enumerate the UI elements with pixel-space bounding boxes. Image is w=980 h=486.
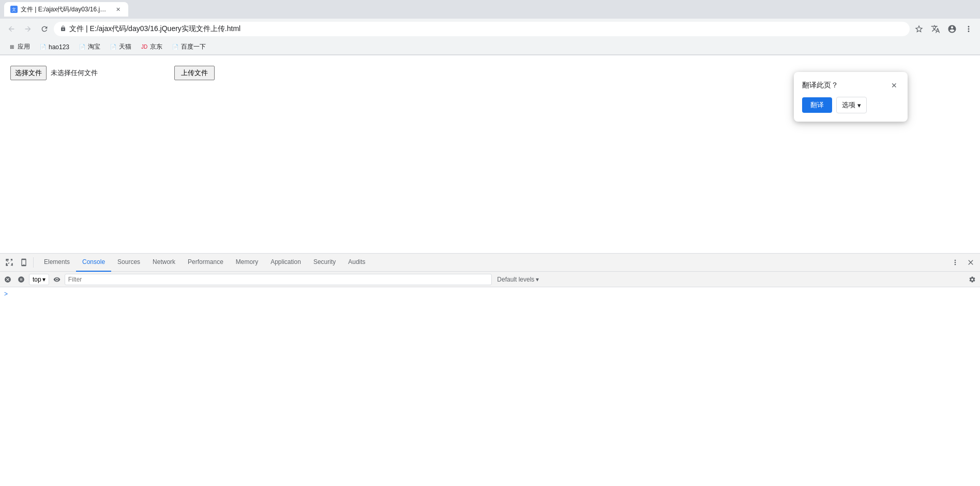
tab-console[interactable]: Console bbox=[76, 254, 111, 272]
bookmark-baidu-label: 百度一下 bbox=[181, 42, 206, 51]
default-levels-label: Default levels bbox=[497, 276, 534, 283]
upload-button[interactable]: 上传文件 bbox=[174, 66, 215, 80]
translate-page-button[interactable] bbox=[928, 22, 943, 36]
translate-button[interactable]: 翻译 bbox=[802, 97, 832, 113]
tab-security[interactable]: Security bbox=[307, 254, 342, 272]
browser-chrome: 文 文件 | E:/ajax代码/day03/16.jQuery实现文件上传.h… bbox=[0, 0, 980, 55]
choose-file-button[interactable]: 选择文件 bbox=[10, 66, 47, 80]
back-button[interactable] bbox=[4, 22, 19, 36]
devtools-header-right bbox=[948, 255, 978, 270]
bookmarks-bar: ⊞ 应用 📄 hao123 📄 淘宝 📄 天猫 JD 京东 📄 百度一下 bbox=[0, 39, 980, 55]
devtools-header: Elements Console Sources Network Perform… bbox=[0, 254, 980, 272]
bookmark-hao123-label: hao123 bbox=[49, 43, 69, 51]
translation-popup-title: 翻译此页？ bbox=[802, 81, 838, 90]
options-dropdown-icon: ▾ bbox=[857, 101, 861, 109]
bookmark-taobao[interactable]: 📄 淘宝 bbox=[74, 41, 104, 52]
devtools-device-toggle-button[interactable] bbox=[17, 255, 31, 270]
baidu-icon: 📄 bbox=[172, 43, 179, 51]
tab-close-button[interactable]: ✕ bbox=[114, 5, 122, 13]
address-bar[interactable] bbox=[54, 22, 910, 36]
apps-icon: ⊞ bbox=[8, 43, 16, 51]
bookmark-tianmao-label: 天猫 bbox=[119, 42, 131, 51]
devtools-close-button[interactable] bbox=[963, 255, 978, 270]
tab-title: 文件 | E:/ajax代码/day03/16.jQuery实现文件上传.htm… bbox=[21, 5, 111, 14]
translation-popup-header: 翻译此页？ ✕ bbox=[802, 80, 899, 91]
console-prompt-line: > bbox=[2, 289, 978, 299]
devtools-tabs: Elements Console Sources Network Perform… bbox=[36, 254, 948, 272]
translation-close-button[interactable]: ✕ bbox=[889, 80, 899, 91]
tab-performance[interactable]: Performance bbox=[182, 254, 230, 272]
forward-button[interactable] bbox=[21, 22, 35, 36]
console-block-button[interactable] bbox=[16, 274, 27, 285]
console-prompt-icon: > bbox=[4, 290, 8, 298]
tab-bar: 文 文件 | E:/ajax代码/day03/16.jQuery实现文件上传.h… bbox=[0, 0, 980, 19]
menu-button[interactable] bbox=[961, 22, 976, 36]
context-select[interactable]: top ▾ bbox=[29, 274, 49, 285]
bookmark-jingdong-label: 京东 bbox=[150, 42, 162, 51]
bookmark-jingdong[interactable]: JD 京东 bbox=[137, 41, 167, 52]
taobao-icon: 📄 bbox=[79, 43, 86, 51]
active-tab[interactable]: 文 文件 | E:/ajax代码/day03/16.jQuery实现文件上传.h… bbox=[4, 2, 128, 17]
translation-popup: 翻译此页？ ✕ 翻译 选项 ▾ bbox=[794, 72, 908, 122]
console-filter-input[interactable] bbox=[65, 274, 492, 285]
tab-memory[interactable]: Memory bbox=[230, 254, 264, 272]
profile-button[interactable] bbox=[945, 22, 959, 36]
context-dropdown-icon: ▾ bbox=[42, 276, 46, 283]
options-label: 选项 bbox=[842, 100, 855, 110]
tab-network[interactable]: Network bbox=[146, 254, 182, 272]
page-content: 选择文件 未选择任何文件 上传文件 翻译此页？ ✕ 翻译 选项 ▾ bbox=[0, 55, 980, 242]
lock-icon bbox=[60, 25, 66, 33]
reload-button[interactable] bbox=[37, 22, 52, 36]
console-eye-button[interactable] bbox=[51, 274, 63, 285]
default-levels-dropdown-icon: ▾ bbox=[536, 276, 539, 283]
default-levels-select[interactable]: Default levels ▾ bbox=[494, 275, 542, 284]
bookmark-baidu[interactable]: 📄 百度一下 bbox=[168, 41, 210, 52]
tab-audits[interactable]: Audits bbox=[342, 254, 371, 272]
browser-toolbar bbox=[0, 19, 980, 39]
bookmark-apps[interactable]: ⊞ 应用 bbox=[4, 41, 34, 52]
tab-favicon: 文 bbox=[10, 6, 18, 13]
jingdong-icon: JD bbox=[141, 43, 148, 51]
bookmark-apps-label: 应用 bbox=[18, 42, 30, 51]
devtools-inspect-button[interactable] bbox=[2, 255, 17, 270]
bookmark-star-button[interactable] bbox=[912, 22, 926, 36]
bookmark-hao123[interactable]: 📄 hao123 bbox=[35, 42, 73, 52]
console-output: > bbox=[0, 287, 980, 486]
console-toolbar: top ▾ Default levels ▾ bbox=[0, 272, 980, 287]
console-clear-button[interactable] bbox=[2, 274, 13, 285]
context-value: top bbox=[33, 276, 41, 283]
tab-sources[interactable]: Sources bbox=[111, 254, 146, 272]
devtools-more-button[interactable] bbox=[948, 255, 962, 270]
devtools-panel: Elements Console Sources Network Perform… bbox=[0, 253, 980, 486]
bookmark-taobao-label: 淘宝 bbox=[88, 42, 100, 51]
tianmao-icon: 📄 bbox=[110, 43, 117, 51]
translation-actions: 翻译 选项 ▾ bbox=[802, 97, 899, 113]
toolbar-right bbox=[912, 22, 976, 36]
address-input[interactable] bbox=[69, 25, 903, 33]
no-file-label: 未选择任何文件 bbox=[51, 68, 98, 78]
tab-elements[interactable]: Elements bbox=[38, 254, 76, 272]
options-button[interactable]: 选项 ▾ bbox=[836, 97, 867, 113]
devtools-divider bbox=[33, 257, 34, 268]
console-settings-button[interactable] bbox=[967, 274, 978, 285]
bookmark-tianmao[interactable]: 📄 天猫 bbox=[105, 41, 135, 52]
hao123-icon: 📄 bbox=[39, 43, 47, 51]
tab-application[interactable]: Application bbox=[264, 254, 307, 272]
